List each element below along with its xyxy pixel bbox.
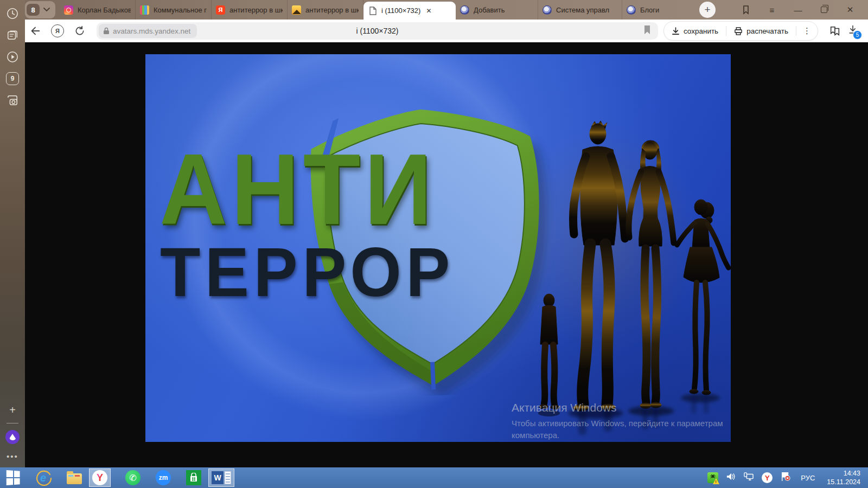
taskbar: e Y ✆ zm W — [0, 467, 868, 488]
volume-icon[interactable] — [726, 472, 736, 483]
feed-icon[interactable] — [4, 27, 21, 43]
language-indicator[interactable]: РУС — [801, 474, 815, 482]
whatsapp-glyph: ✆ — [125, 470, 141, 485]
file-explorer-icon[interactable] — [66, 470, 82, 486]
video-icon[interactable] — [4, 49, 21, 65]
start-button[interactable] — [5, 470, 22, 486]
tab-kommunalnoe[interactable]: Коммунальное п — [136, 0, 212, 20]
save-button[interactable]: сохранить — [664, 22, 726, 40]
print-button[interactable]: распечатать — [726, 22, 796, 40]
restore-icon[interactable] — [818, 4, 830, 16]
yandex-protect-icon[interactable]: Я — [51, 24, 64, 37]
toolbar: Я avatars.mds.yandex.net i (1100×732) со… — [0, 20, 868, 42]
yandex-tray-icon[interactable]: Y — [762, 472, 773, 483]
document-favicon-icon — [368, 6, 377, 15]
image-title-anti: АНТИ — [159, 139, 436, 240]
yandex-favicon-icon: Я — [216, 5, 225, 15]
bookmarks-panel-icon[interactable] — [740, 4, 752, 16]
tray-time: 14:43 — [827, 469, 860, 478]
page-actions: сохранить распечатать ⋮ — [663, 21, 818, 41]
close-window-icon[interactable]: ✕ — [844, 4, 856, 16]
save-label: сохранить — [684, 27, 718, 35]
yandex-browser-icon: Y — [92, 470, 107, 485]
browser-sidebar: 9 + ••• — [0, 0, 25, 467]
sidebar-bottom: + ••• — [0, 404, 25, 467]
word-taskbar-button[interactable]: W — [208, 468, 234, 487]
zoom-icon[interactable]: zm — [155, 470, 171, 486]
internet-explorer-icon[interactable]: e — [36, 470, 52, 486]
alice-glyph — [9, 434, 16, 440]
restore-glyph — [821, 7, 827, 13]
whatsapp-icon[interactable]: ✆ — [125, 470, 141, 486]
clock[interactable]: 14:43 15.11.2024 — [827, 469, 860, 486]
tab-bar: 8 Корлан Бадыков Коммунальное п Я антите… — [0, 0, 868, 20]
window-controls: ≡ — ✕ — [740, 4, 868, 16]
domain-text: avatars.mds.yandex.net — [113, 27, 190, 35]
downloads-badge: 5 — [853, 30, 862, 40]
windows-logo-icon — [7, 470, 20, 485]
tab-blogi[interactable]: Блоги — [622, 0, 693, 20]
tabs-count-badge: 9 — [6, 72, 19, 85]
address-bar[interactable]: avatars.mds.yandex.net i (1100×732) — [97, 22, 658, 40]
tab-sistema[interactable]: Система управл — [538, 0, 622, 20]
collections-icon[interactable] — [826, 23, 844, 39]
system-tray: Y РУС 14:43 15.11.2024 — [707, 469, 868, 486]
tab-title: Коммунальное п — [154, 6, 207, 14]
sidebar-add-icon[interactable]: + — [9, 404, 16, 416]
svg-text:e: e — [40, 472, 46, 484]
menu-icon[interactable]: ≡ — [766, 4, 778, 16]
tab-title: i (1100×732) — [381, 7, 420, 15]
y-glyph: Y — [97, 473, 103, 483]
tab-title: Система управл — [556, 6, 609, 14]
tab-dobavit[interactable]: Добавить — [456, 0, 538, 20]
new-tab-button[interactable]: + — [699, 2, 716, 18]
tab-strip: Корлан Бадыков Коммунальное п Я антитерр… — [60, 0, 693, 20]
divider — [7, 423, 18, 423]
antivirus-tray-icon[interactable] — [707, 472, 718, 483]
download-icon — [672, 27, 680, 35]
action-center-flag-icon[interactable] — [780, 472, 791, 484]
globe-favicon-icon — [627, 5, 636, 15]
yandex-browser-taskbar-button[interactable]: Y — [89, 468, 111, 487]
store-glyph — [186, 470, 201, 485]
alice-assistant-icon[interactable] — [5, 430, 20, 444]
chevron-down-icon[interactable] — [40, 6, 54, 14]
network-icon[interactable] — [743, 472, 754, 484]
history-icon[interactable] — [4, 5, 21, 22]
browser-content: АНТИ ТЕРРОР — [25, 42, 868, 467]
screen: 8 Корлан Бадыков Коммунальное п Я антите… — [0, 0, 868, 488]
bookmark-icon[interactable] — [643, 25, 652, 37]
tray-date: 15.11.2024 — [827, 478, 860, 486]
downloads-button[interactable]: 5 — [847, 24, 858, 37]
family-silhouettes — [493, 114, 731, 439]
tab-images[interactable]: антитеррор в шк — [288, 0, 363, 20]
back-icon[interactable] — [26, 23, 44, 39]
minimize-icon[interactable]: — — [792, 4, 804, 16]
folder-glyph — [67, 473, 82, 484]
globe-favicon-icon — [542, 5, 552, 15]
tab-instagram[interactable]: Корлан Бадыков — [60, 0, 136, 20]
stripes-favicon-icon — [140, 5, 149, 15]
image-favicon-icon — [292, 5, 301, 15]
tab-title: антитеррор в шк — [229, 6, 283, 14]
windows-store-icon[interactable] — [186, 470, 202, 486]
globe-favicon-icon — [460, 5, 469, 15]
tab-title: Корлан Бадыков — [78, 6, 131, 14]
tab-active-image-view[interactable]: i (1100×732) ✕ — [363, 2, 456, 20]
antiterror-image[interactable]: АНТИ ТЕРРОР — [145, 54, 731, 442]
tabs-count-icon[interactable]: 9 — [4, 70, 21, 87]
tab-title: Блоги — [640, 6, 659, 14]
close-tab-icon[interactable]: ✕ — [426, 8, 431, 14]
screenshot-icon[interactable] — [4, 92, 21, 108]
tab-yandex-search[interactable]: Я антитеррор в шк — [212, 0, 288, 20]
more-actions-icon[interactable]: ⋮ — [796, 26, 818, 36]
image-title-terror: ТЕРРОР — [160, 237, 455, 307]
zoom-glyph: zm — [156, 470, 171, 485]
sidebar-more-icon[interactable]: ••• — [7, 452, 18, 461]
tab-counter-button[interactable]: 8 — [25, 1, 55, 18]
reload-icon[interactable] — [71, 23, 89, 39]
tab-title: Добавить — [474, 6, 505, 14]
printer-icon — [734, 27, 743, 35]
tab-counter-badge: 8 — [27, 4, 40, 16]
domain-pill[interactable]: avatars.mds.yandex.net — [99, 24, 197, 38]
